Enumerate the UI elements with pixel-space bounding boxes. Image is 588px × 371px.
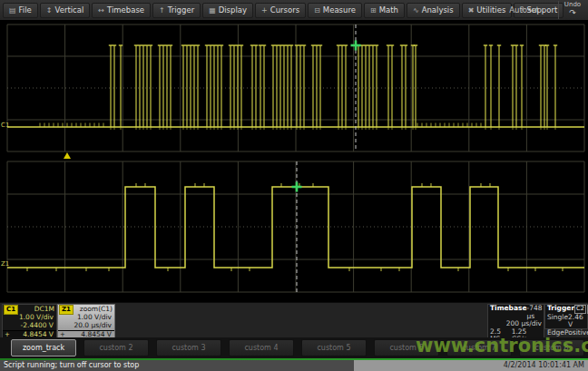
scope-graticule: C1Z1 — [0, 20, 588, 302]
menu-label: File — [19, 5, 32, 15]
menu-measure-button[interactable]: ⊟Measure — [308, 3, 362, 18]
timebase-title: Timebase — [490, 305, 527, 320]
menu-cursors-button[interactable]: +Cursors — [255, 3, 306, 18]
menu-label: Vertical — [55, 5, 84, 15]
menu-label: Trigger — [168, 5, 194, 15]
status-datetime: 4/2/2014 10:01:41 AM — [504, 361, 584, 369]
menu-label: Cursors — [270, 5, 299, 15]
c1-trace-label: C1 — [1, 122, 9, 129]
timebase-panel[interactable]: Timebase -748 µs 200 µs/div 2.5 MS 1.25 … — [487, 304, 544, 338]
c1-offset: -2.4400 V — [3, 322, 56, 330]
undo-icon: ↷ — [559, 9, 586, 16]
menu-vertical-button[interactable]: ↕Vertical — [40, 3, 91, 18]
channel-tag-c1: C1 — [4, 305, 18, 315]
trigger-slope: Positive — [564, 329, 588, 337]
menu-label: Measure — [323, 5, 356, 15]
menu-analysis-button[interactable]: ∿Analysis — [407, 3, 460, 18]
undo-label: Undo — [564, 1, 581, 8]
timebase-delay: -748 µs — [527, 305, 543, 320]
menu-display-button[interactable]: ▦Display — [202, 3, 253, 18]
measure-icon: ⊟ — [314, 6, 320, 15]
trigger-level: 2.46 V — [568, 314, 585, 329]
menu-timebase-button[interactable]: ↔Timebase — [92, 3, 151, 18]
menu-bar: ▤File↕Vertical↔Timebase↑Trigger▦Display+… — [0, 0, 588, 21]
function-button-custom-8[interactable]: custom 8 — [519, 339, 584, 356]
menu-label: Analysis — [422, 5, 454, 15]
menu-file-button[interactable]: ▤File — [3, 3, 38, 18]
channel-descriptor-c1[interactable]: C1 DC1M 1.00 V/div -2.4400 V + 4.8454 V — [2, 304, 57, 338]
menu-label: Math — [379, 5, 398, 15]
utilities-icon: ✖ — [468, 6, 475, 15]
waveform-display: C1Z1 — [0, 20, 588, 302]
menu-trigger-button[interactable]: ↑Trigger — [152, 3, 201, 18]
function-button-custom-4[interactable]: custom 4 — [229, 339, 294, 356]
function-button-custom-6[interactable]: custom 6 — [374, 339, 439, 356]
status-bar: Script running; turn off cursor to stop … — [0, 360, 588, 371]
oscilloscope-screen: ▤File↕Vertical↔Timebase↑Trigger▦Display+… — [0, 0, 588, 371]
function-button-zoom_track[interactable]: zoom_track — [11, 339, 76, 356]
menu-label: Timebase — [107, 5, 144, 15]
function-button-custom-7[interactable]: custom 7 — [446, 339, 512, 356]
z1-timebase: 20.0 µs/div — [58, 322, 114, 330]
menu-math-button[interactable]: ⊞Math — [364, 3, 405, 18]
math-icon: ⊞ — [370, 6, 377, 15]
undo-button[interactable]: Undo ↷ — [558, 1, 586, 19]
vertical-icon: ↕ — [46, 6, 53, 15]
function-button-custom-3[interactable]: custom 3 — [156, 339, 221, 356]
function-button-custom-5[interactable]: custom 5 — [301, 339, 367, 356]
display-icon: ▦ — [209, 6, 216, 15]
trigger-icon: ↑ — [159, 6, 165, 15]
trigger-position-marker[interactable] — [64, 152, 71, 159]
menu-label: Display — [219, 5, 247, 15]
timebase-icon: ↔ — [98, 6, 104, 15]
menu-items: ▤File↕Vertical↔Timebase↑Trigger▦Display+… — [0, 0, 564, 20]
file-icon: ▤ — [9, 6, 16, 15]
trigger-type: Edge — [547, 329, 564, 337]
dashboard: C1 DC1M 1.00 V/div -2.4400 V + 4.8454 V … — [0, 302, 588, 338]
trigger-mode: Single — [547, 314, 568, 329]
channel-tag-z1: Z1 — [59, 305, 74, 315]
menu-utilities-button[interactable]: ✖Utilities — [462, 3, 513, 18]
cursors-icon: + — [261, 6, 268, 15]
trigger-panel[interactable]: Trigger C2 DC Single 2.46 V Edge Positiv… — [544, 304, 588, 329]
menu-label: Utilities — [476, 5, 505, 15]
function-button-custom-2[interactable]: custom 2 — [83, 339, 149, 356]
function-button-bar: zoom_trackcustom 2custom 3custom 4custom… — [0, 337, 588, 358]
z1-trace-label: Z1 — [1, 260, 9, 268]
autoset-button[interactable]: Autoset — [509, 5, 539, 15]
channel-descriptor-z1[interactable]: Z1 zoom(C1) 1.00 V/div 20.0 µs/div + 4.8… — [57, 304, 115, 338]
status-message: Script running; turn off cursor to stop — [4, 361, 139, 369]
analysis-icon: ∿ — [413, 6, 419, 15]
